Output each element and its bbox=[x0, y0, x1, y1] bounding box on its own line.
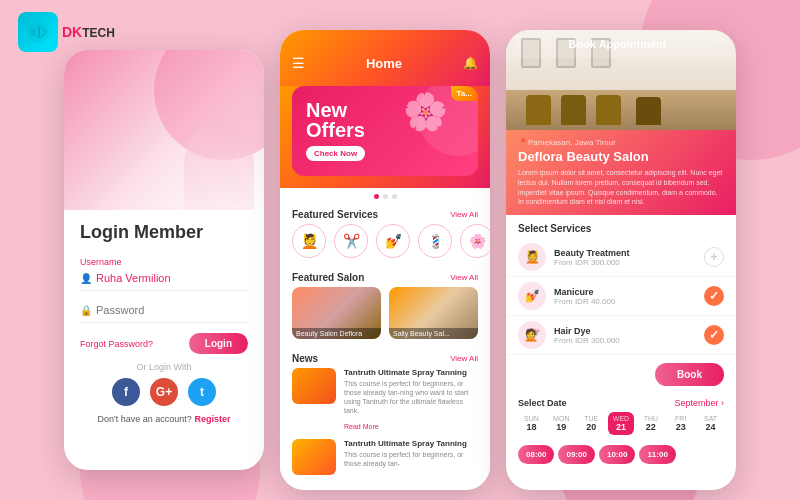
news-title-1: Tantruth Ultimate Spray Tanning bbox=[344, 368, 478, 377]
salon-card-1[interactable]: Beauty Salon Deflora bbox=[292, 287, 381, 339]
select-date-label: Select Date bbox=[518, 398, 567, 408]
time-chip-9[interactable]: 09:00 bbox=[558, 445, 594, 464]
cal-day-mon[interactable]: MON 19 bbox=[548, 412, 575, 435]
forgot-password-link[interactable]: Forgot Password? bbox=[80, 339, 153, 349]
time-chip-10[interactable]: 10:00 bbox=[599, 445, 635, 464]
user-icon: 👤 bbox=[80, 273, 92, 284]
hair-dye-name: Hair Dye bbox=[554, 326, 696, 336]
service-beauty-treatment: 💆 Beauty Treatment From IDR 300.000 + bbox=[506, 238, 736, 277]
notification-icon[interactable]: 🔔 bbox=[463, 56, 478, 70]
beauty-treatment-icon: 💆 bbox=[518, 243, 546, 271]
phone-2-content: Featured Services View All 💆 ✂️ 💅 💈 🌸 Fe… bbox=[280, 188, 490, 475]
chair-3 bbox=[596, 95, 621, 125]
login-title: Login Member bbox=[80, 222, 248, 243]
month-label[interactable]: September › bbox=[674, 398, 724, 408]
forgot-login-row: Forgot Password? Login bbox=[80, 333, 248, 354]
featured-salon-title: Featured Salon bbox=[292, 272, 364, 283]
phone-2-banner: 🌸 Ta... New Offers Check Now bbox=[280, 86, 490, 188]
service-icon-5[interactable]: 🌸 bbox=[460, 224, 490, 258]
beauty-treatment-price: From IDR 300.000 bbox=[554, 258, 696, 267]
date-header: Select Date September › bbox=[518, 398, 724, 408]
cal-day-sun[interactable]: SUN 18 bbox=[518, 412, 545, 435]
username-input-row: 👤 bbox=[80, 269, 248, 291]
salon-card-2[interactable]: Sally Beauty Sal... bbox=[389, 287, 478, 339]
login-button[interactable]: Login bbox=[189, 333, 248, 354]
select-manicure-button[interactable]: ✓ bbox=[704, 286, 724, 306]
carousel-dots bbox=[280, 188, 490, 203]
featured-services-title: Featured Services bbox=[292, 209, 378, 220]
add-beauty-treatment-button[interactable]: + bbox=[704, 247, 724, 267]
news-content-2: Tantruth Ultimate Spray Tanning This cou… bbox=[344, 439, 478, 468]
news-thumb-1 bbox=[292, 368, 336, 404]
facebook-login-button[interactable]: f bbox=[112, 378, 140, 406]
time-chip-8[interactable]: 08:00 bbox=[518, 445, 554, 464]
salon-photo: ‹ Book Appointment ♡ bbox=[506, 30, 736, 130]
username-group: Username 👤 bbox=[80, 257, 248, 291]
flower-decoration: 🌸 bbox=[403, 91, 448, 133]
new-offers-banner: 🌸 Ta... New Offers Check Now bbox=[292, 86, 478, 176]
view-all-services[interactable]: View All bbox=[450, 210, 478, 219]
read-more-1[interactable]: Read More bbox=[344, 423, 379, 430]
date-section: Select Date September › SUN 18 MON 19 TU… bbox=[506, 394, 736, 443]
google-login-button[interactable]: G+ bbox=[150, 378, 178, 406]
time-chip-11[interactable]: 11:00 bbox=[639, 445, 675, 464]
register-link[interactable]: Register bbox=[194, 414, 230, 424]
chair-2 bbox=[561, 95, 586, 125]
manicure-price: From IDR 40.000 bbox=[554, 297, 696, 306]
password-input[interactable] bbox=[96, 301, 248, 319]
hair-dye-info: Hair Dye From IDR 300.000 bbox=[554, 326, 696, 345]
service-icon-1[interactable]: 💆 bbox=[292, 224, 326, 258]
check-now-button[interactable]: Check Now bbox=[306, 146, 365, 161]
cal-day-tue[interactable]: TUE 20 bbox=[578, 412, 605, 435]
banner-tag: Ta... bbox=[451, 86, 478, 101]
time-row: 08:00 09:00 10:00 11:00 bbox=[506, 443, 736, 472]
social-buttons: f G+ t bbox=[80, 378, 248, 406]
service-icon-3[interactable]: 💅 bbox=[376, 224, 410, 258]
select-services-label: Select Services bbox=[506, 215, 736, 238]
salon-name: Deflora Beauty Salon bbox=[518, 149, 724, 164]
news-desc-1: This course is perfect for beginners, or… bbox=[344, 379, 478, 415]
calendar-row: SUN 18 MON 19 TUE 20 WED 21 THU 22 bbox=[518, 412, 724, 435]
phone-1-header bbox=[64, 50, 264, 210]
service-hair-dye: 💇 Hair Dye From IDR 300.000 ✓ bbox=[506, 316, 736, 355]
view-all-news[interactable]: View All bbox=[450, 354, 478, 363]
person-silhouette bbox=[184, 120, 254, 210]
news-title: News bbox=[292, 353, 318, 364]
cal-day-wed-active[interactable]: WED 21 bbox=[608, 412, 635, 435]
heart-icon[interactable]: ♡ bbox=[715, 37, 726, 51]
twitter-login-button[interactable]: t bbox=[188, 378, 216, 406]
service-icon-4[interactable]: 💈 bbox=[418, 224, 452, 258]
beauty-treatment-name: Beauty Treatment bbox=[554, 248, 696, 258]
salon-info-bar: 📍Pamekasan, Jawa Timur Deflora Beauty Sa… bbox=[506, 130, 736, 215]
salons-row: Beauty Salon Deflora Sally Beauty Sal... bbox=[280, 287, 490, 347]
phone-2-header: ☰ Home 🔔 bbox=[280, 30, 490, 86]
dot-2 bbox=[383, 194, 388, 199]
chair-4 bbox=[636, 97, 661, 125]
phone-book-appointment: ‹ Book Appointment ♡ 📍Pamekasan, Jawa Ti… bbox=[506, 30, 736, 490]
divider-text: Or Login With bbox=[80, 362, 248, 372]
view-all-salon[interactable]: View All bbox=[450, 273, 478, 282]
phones-container: Login Member Username 👤 🔒 Forgot Passwor… bbox=[10, 30, 790, 490]
lock-icon: 🔒 bbox=[80, 305, 92, 316]
phone-1-body: Login Member Username 👤 🔒 Forgot Passwor… bbox=[64, 210, 264, 436]
news-thumb-2 bbox=[292, 439, 336, 475]
hamburger-icon[interactable]: ☰ bbox=[292, 55, 305, 71]
username-input[interactable] bbox=[96, 269, 248, 287]
featured-services-header: Featured Services View All bbox=[280, 203, 490, 224]
phone-3-top-bar: ‹ Book Appointment ♡ bbox=[506, 30, 736, 58]
cal-day-thu[interactable]: THU 22 bbox=[637, 412, 664, 435]
hair-dye-price: From IDR 300.000 bbox=[554, 336, 696, 345]
beauty-treatment-info: Beauty Treatment From IDR 300.000 bbox=[554, 248, 696, 267]
select-hair-dye-button[interactable]: ✓ bbox=[704, 325, 724, 345]
news-item-1: Tantruth Ultimate Spray Tanning This cou… bbox=[292, 368, 478, 433]
cal-day-sat[interactable]: SAT 24 bbox=[697, 412, 724, 435]
book-button[interactable]: Book bbox=[655, 363, 724, 386]
dot-1 bbox=[374, 194, 379, 199]
news-header: News View All bbox=[280, 347, 490, 368]
news-content-1: Tantruth Ultimate Spray Tanning This cou… bbox=[344, 368, 478, 433]
service-icon-2[interactable]: ✂️ bbox=[334, 224, 368, 258]
services-row: 💆 ✂️ 💅 💈 🌸 bbox=[280, 224, 490, 266]
cal-day-fri[interactable]: FRI 23 bbox=[667, 412, 694, 435]
manicure-info: Manicure From IDR 40.000 bbox=[554, 287, 696, 306]
back-button[interactable]: ‹ bbox=[516, 37, 520, 51]
